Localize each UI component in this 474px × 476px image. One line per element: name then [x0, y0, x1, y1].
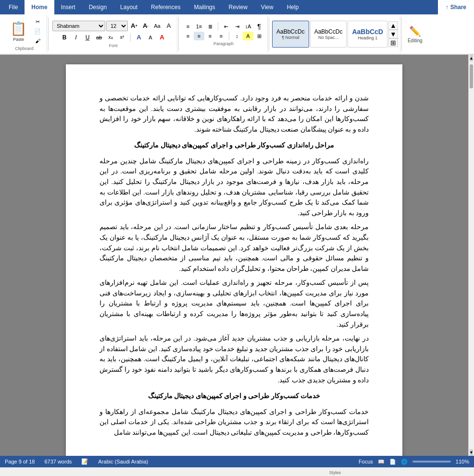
font-color-button[interactable]: A: [157, 33, 167, 42]
tab-references[interactable]: References: [144, 0, 187, 14]
styles-scroll-down[interactable]: ▼: [388, 30, 398, 38]
align-left-button[interactable]: ≡: [183, 32, 193, 40]
word-count: 6737 words: [44, 459, 72, 464]
content-top-para: شدن و ارائه خدمات منحصر به فرد وجود دارد…: [100, 93, 369, 134]
clipboard-label: Clipboard: [15, 46, 34, 51]
align-center-button[interactable]: ≡: [194, 32, 204, 40]
styles-scroll-up[interactable]: ▲: [388, 21, 398, 30]
borders-button[interactable]: ⊞: [254, 32, 264, 40]
font-format-buttons: B I U ab x₂ x² A A A: [59, 33, 167, 42]
sort-button[interactable]: ↕A: [243, 22, 253, 31]
scrollbar-thumb[interactable]: [470, 64, 473, 88]
scroll-down-arrow[interactable]: ▼: [470, 449, 473, 456]
para-1: راه‌اندازی کسب‌وکار در زمینه طراحی و اجر…: [100, 156, 369, 219]
paste-icon: 📋: [10, 21, 27, 37]
style-heading1-label: Heading 1: [352, 36, 383, 40]
clipboard-group: 📋 Paste ✂ 📄 🖌 Clipboard: [2, 15, 47, 53]
tab-design[interactable]: Design: [82, 0, 113, 14]
style-no-spacing[interactable]: AaBbCcDc No Spac...: [310, 21, 347, 48]
bold-button[interactable]: B: [59, 33, 70, 42]
tab-review[interactable]: Review: [222, 0, 254, 14]
zoom-slider[interactable]: [412, 461, 451, 463]
bullets-button[interactable]: ≡: [183, 22, 193, 31]
tab-insert[interactable]: Insert: [54, 0, 82, 14]
toolbar: 📋 Paste ✂ 📄 🖌 Clipboard Shabnam 12: [0, 14, 474, 54]
paragraph-label: Paragraph: [213, 41, 234, 46]
style-heading1[interactable]: AaBbCcD Heading 1: [348, 21, 387, 48]
strikethrough-button[interactable]: ab: [94, 33, 104, 42]
focus-label[interactable]: Focus: [359, 459, 373, 464]
shading-button[interactable]: A: [243, 32, 253, 40]
copy-button[interactable]: 📄: [32, 27, 43, 36]
increase-indent-button[interactable]: ⇥: [232, 22, 242, 31]
cut-button[interactable]: ✂: [32, 17, 43, 26]
subscript-button[interactable]: x₂: [105, 33, 116, 42]
status-bar: Page 9 of 18 6737 words 📝 Arabic (Saudi …: [0, 456, 474, 467]
styles-expand[interactable]: ⊞: [388, 38, 398, 47]
paragraph-group: ≡ 1≡ ≣ ⇤ ⇥ ↕A ¶ ≡ ≡ ≡ ≡ ↕ A ⊞ Paragraph: [180, 15, 268, 53]
document-page: شدن و ارائه خدمات منحصر به فرد وجود دارد…: [66, 64, 402, 456]
web-layout-icon[interactable]: 🌐: [401, 459, 408, 465]
line-spacing-button[interactable]: ↕: [232, 32, 242, 40]
status-bar-right: Focus 📖 📄 🌐 110%: [359, 459, 469, 465]
para-4: در نهایت، مرحله بازاریابی و جذب مشتریان …: [100, 333, 369, 385]
print-layout-icon[interactable]: 📄: [389, 459, 396, 465]
divider-2: [178, 17, 179, 51]
text-highlight-button[interactable]: A: [145, 33, 156, 42]
grow-font-button[interactable]: A+: [129, 22, 139, 30]
superscript-button[interactable]: x²: [117, 33, 127, 42]
styles-label: Styles: [329, 470, 341, 475]
decrease-indent-button[interactable]: ⇤: [221, 22, 231, 31]
style-no-spacing-preview: AaBbCcDc: [314, 28, 343, 35]
font-sep: [130, 33, 131, 42]
multilevel-button[interactable]: ≣: [205, 22, 215, 31]
font-name-select[interactable]: Shabnam: [52, 21, 105, 31]
format-painter-button[interactable]: 🖌: [32, 37, 43, 45]
paste-button[interactable]: 📋 Paste: [6, 18, 31, 44]
numbering-button[interactable]: 1≡: [194, 22, 204, 31]
style-normal[interactable]: AaBbCcDc ¶ Normal: [272, 21, 309, 48]
text-effects-button[interactable]: A: [134, 33, 144, 42]
ribbon: 📋 Paste ✂ 📄 🖌 Clipboard Shabnam 12: [0, 14, 474, 55]
language: Arabic (Saudi Arabia): [98, 459, 148, 464]
shrink-font-button[interactable]: A-: [140, 22, 151, 30]
font-group: Shabnam 12 A+ A- Aa A B I U ab x₂ x² A A: [50, 15, 177, 53]
tab-home[interactable]: Home: [25, 0, 54, 14]
divider-4: [401, 17, 402, 51]
scrollbar-track: ▲ ▼: [468, 55, 474, 456]
editing-label: Editing: [408, 38, 423, 43]
change-case-button[interactable]: Aa: [152, 22, 162, 30]
editing-icon: ✏️: [409, 25, 421, 37]
align-right-button[interactable]: ≡: [205, 32, 215, 40]
document-container: شدن و ارائه خدمات منحصر به فرد وجود دارد…: [0, 55, 474, 456]
font-selector-row: Shabnam 12 A+ A- Aa A: [52, 21, 174, 31]
font-size-select[interactable]: 12: [106, 21, 128, 31]
para-3: پس از تأسیس کسب‌وکار، مرحله تجهیز و راه‌…: [100, 278, 369, 330]
tab-view[interactable]: View: [254, 0, 280, 14]
document-scroll-area[interactable]: شدن و ارائه خدمات منحصر به فرد وجود دارد…: [0, 55, 468, 456]
style-no-spacing-label: No Spac...: [314, 35, 343, 40]
tab-file[interactable]: File: [2, 0, 25, 14]
underline-button[interactable]: U: [82, 33, 93, 42]
share-button[interactable]: ↑ Share: [438, 0, 474, 14]
divider-3: [269, 17, 269, 51]
style-normal-label: ¶ Normal: [276, 35, 305, 40]
para-sep2: [229, 32, 229, 40]
style-heading1-preview: AaBbCcD: [352, 28, 383, 36]
para-5: خدمات کسب‌وکار طراحی و اجرای کمپین‌های د…: [100, 407, 369, 438]
show-formatting-button[interactable]: ¶: [254, 22, 264, 31]
editing-group: ✏️ Editing: [403, 15, 427, 53]
tab-bar: File Home Insert Design Layout Reference…: [0, 0, 474, 14]
clipboard-buttons: 📋 Paste ✂ 📄 🖌: [6, 17, 43, 45]
scroll-up-arrow[interactable]: ▲: [470, 55, 473, 61]
justify-button[interactable]: ≡: [216, 32, 226, 40]
tab-mailings[interactable]: Mailings: [187, 0, 222, 14]
italic-button[interactable]: I: [71, 33, 81, 42]
tab-layout[interactable]: Layout: [113, 0, 144, 14]
proofing-icon: 📝: [81, 458, 88, 465]
para-2: مرحله بعدی شامل تأسیس کسب‌وکار و تنظیم س…: [100, 222, 369, 274]
clear-formatting-button[interactable]: A: [163, 22, 174, 30]
tab-help[interactable]: Help: [280, 0, 306, 14]
read-mode-icon[interactable]: 📖: [378, 459, 385, 465]
document-content[interactable]: شدن و ارائه خدمات منحصر به فرد وجود دارد…: [100, 93, 369, 438]
